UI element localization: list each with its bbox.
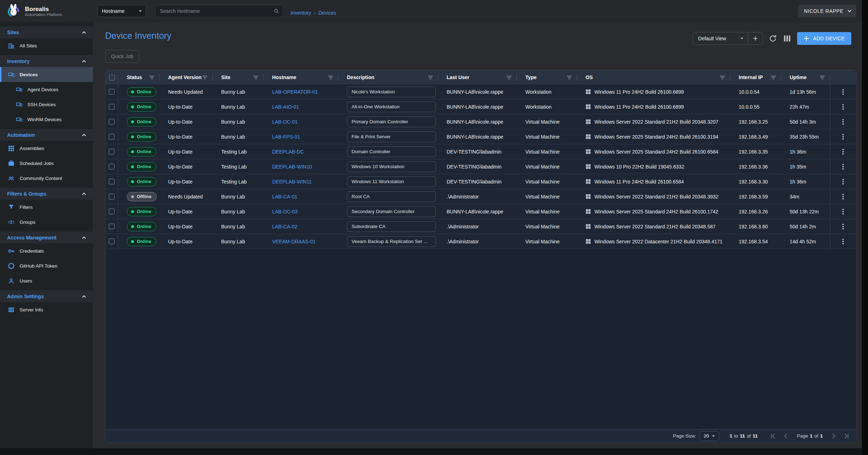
sidebar-item-github-api-token[interactable]: GitHub API Token: [0, 258, 93, 273]
sidebar-item-agent-devices[interactable]: Agent Devices: [0, 82, 93, 97]
hostname-link[interactable]: LAB-DC-03: [272, 209, 298, 214]
row-checkbox[interactable]: [109, 104, 115, 110]
save-view-button[interactable]: [748, 32, 763, 45]
first-page-button[interactable]: [770, 433, 776, 439]
filter-icon[interactable]: [820, 75, 825, 80]
description-field[interactable]: All-in-One Workstation: [347, 102, 436, 112]
sidebar-item-filters[interactable]: Filters: [0, 200, 93, 214]
sidebar-item-users[interactable]: Users: [0, 273, 93, 288]
row-checkbox[interactable]: [109, 134, 115, 140]
row-actions-button[interactable]: [839, 148, 847, 156]
select-all-checkbox[interactable]: [109, 74, 115, 81]
hostname-filter-select[interactable]: Hostname: [97, 5, 146, 17]
description-field[interactable]: Nicole's Workstation: [347, 87, 436, 97]
hostname-link[interactable]: VEEAM-DRAAS-01: [272, 239, 316, 244]
column-header-internal-ip[interactable]: Internal IP: [730, 70, 781, 84]
row-checkbox[interactable]: [109, 119, 115, 125]
breadcrumb-inventory[interactable]: Inventory: [291, 10, 311, 16]
hostname-link[interactable]: DEEPLAB-DC: [272, 149, 304, 155]
column-header-os[interactable]: OS: [577, 70, 730, 84]
hostname-link[interactable]: LAB-FPS-01: [272, 134, 300, 140]
view-selector[interactable]: Default View: [693, 32, 748, 45]
row-actions-button[interactable]: [839, 193, 847, 201]
row-checkbox[interactable]: [109, 89, 115, 95]
filter-icon[interactable]: [567, 75, 572, 80]
description-field[interactable]: Domain Controller: [347, 146, 436, 157]
sidebar-item-devices[interactable]: Devices: [0, 67, 93, 82]
sidebar-section-header-admin-settings[interactable]: Admin Settings: [0, 290, 93, 302]
sidebar-item-scheduled-jobs[interactable]: Scheduled Jobs: [0, 156, 93, 171]
sidebar-section-header-filters-groups[interactable]: Filters & Groups: [0, 188, 93, 200]
row-checkbox[interactable]: [109, 208, 115, 214]
filter-icon[interactable]: [253, 75, 259, 80]
hostname-link[interactable]: LAB-CA-02: [272, 224, 297, 229]
hostname-link[interactable]: LAB-OPERATOR-01: [272, 89, 318, 95]
row-actions-button[interactable]: [839, 163, 847, 171]
sidebar-section-header-inventory[interactable]: Inventory: [0, 55, 93, 67]
filter-icon[interactable]: [771, 75, 776, 80]
hostname-link[interactable]: LAB-CA-01: [272, 194, 297, 200]
description-field[interactable]: Subordinate CA: [347, 221, 436, 232]
column-header-hostname[interactable]: Hostname: [264, 70, 338, 84]
filter-icon[interactable]: [149, 75, 155, 80]
sidebar-item-ssh-devices[interactable]: SSH Devices: [0, 97, 93, 112]
row-checkbox[interactable]: [109, 164, 115, 170]
column-header-site[interactable]: Site: [213, 70, 264, 84]
description-field[interactable]: Veeam Backup & Replication Ser ...: [347, 236, 436, 247]
row-actions-button[interactable]: [839, 208, 847, 216]
hostname-link[interactable]: LAB-AIO-01: [272, 104, 299, 110]
row-actions-button[interactable]: [839, 103, 847, 111]
row-checkbox[interactable]: [109, 238, 115, 244]
quick-job-button[interactable]: Quick Job: [105, 50, 139, 63]
last-page-button[interactable]: [843, 433, 850, 439]
row-actions-button[interactable]: [839, 238, 847, 245]
sidebar-item-server-info[interactable]: Server Info: [0, 302, 93, 317]
sidebar-item-groups[interactable]: Groups: [0, 214, 93, 229]
row-checkbox[interactable]: [109, 193, 115, 200]
description-field[interactable]: Secondary Domain Controller: [347, 206, 436, 217]
row-actions-button[interactable]: [839, 223, 847, 231]
filter-icon[interactable]: [428, 75, 433, 80]
sidebar-section-header-automation[interactable]: Automation: [0, 129, 93, 141]
search-input[interactable]: [160, 8, 274, 14]
filter-icon[interactable]: [720, 75, 725, 80]
columns-button[interactable]: [783, 34, 791, 43]
description-field[interactable]: Windows 10 Workstation: [347, 161, 436, 172]
hostname-link[interactable]: DEEPLAB-WIN11: [272, 179, 312, 185]
sidebar-section-header-sites[interactable]: Sites: [0, 26, 93, 38]
column-header-status[interactable]: Status: [118, 70, 160, 84]
page-scrollbar[interactable]: [862, 0, 868, 455]
row-checkbox[interactable]: [109, 149, 115, 155]
breadcrumb-devices[interactable]: Devices: [318, 10, 336, 16]
row-actions-button[interactable]: [839, 88, 847, 96]
row-checkbox[interactable]: [109, 223, 115, 229]
next-page-button[interactable]: [831, 433, 837, 439]
column-header-description[interactable]: Description: [338, 70, 438, 84]
row-actions-button[interactable]: [839, 118, 847, 126]
page-size-select[interactable]: 20: [700, 431, 719, 441]
sidebar-item-all-sites[interactable]: All Sites: [0, 38, 93, 53]
sidebar-item-assemblies[interactable]: Assemblies: [0, 141, 93, 156]
sidebar-section-header-access-management[interactable]: Access Management: [0, 232, 93, 243]
row-actions-button[interactable]: [839, 178, 847, 186]
row-actions-button[interactable]: [839, 133, 847, 141]
sidebar-item-community-content[interactable]: Community Content: [0, 171, 93, 186]
filter-icon[interactable]: [328, 75, 333, 80]
column-header-uptime[interactable]: Uptime: [781, 70, 830, 84]
sidebar-item-winrm-devices[interactable]: WinRM Devices: [0, 112, 93, 127]
add-device-button[interactable]: ADD DEVICE: [797, 32, 851, 45]
filter-icon[interactable]: [506, 75, 512, 80]
previous-page-button[interactable]: [783, 433, 789, 439]
description-field[interactable]: Primary Domain Controller: [347, 117, 436, 127]
column-header-agent-version[interactable]: Agent Version: [160, 70, 213, 84]
description-field[interactable]: Windows 11 Workstation: [347, 176, 436, 187]
user-menu-button[interactable]: NICOLE RAPPE: [798, 5, 856, 17]
hostname-link[interactable]: LAB-DC-01: [272, 119, 298, 125]
description-field[interactable]: Root CA: [347, 191, 436, 202]
sidebar-item-credentials[interactable]: Credentials: [0, 243, 93, 258]
row-checkbox[interactable]: [109, 179, 115, 185]
hostname-link[interactable]: DEEPLAB-WIN10: [272, 164, 312, 170]
column-header-last-user[interactable]: Last User: [438, 70, 517, 84]
filter-icon[interactable]: [202, 75, 208, 80]
column-header-type[interactable]: Type: [517, 70, 577, 84]
